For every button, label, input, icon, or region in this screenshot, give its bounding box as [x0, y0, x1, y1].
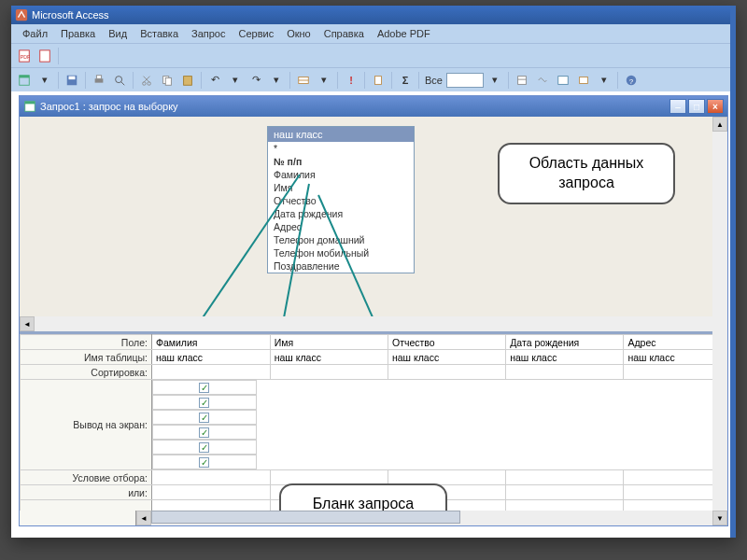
child-vscrollbar[interactable]: ▲ ▼ [712, 117, 727, 525]
svg-rect-8 [95, 78, 104, 82]
pdf-mail-icon[interactable] [35, 47, 54, 65]
chevron-down-icon[interactable]: ▾ [267, 71, 286, 90]
menubar: Файл Правка Вид Вставка Запрос Сервис Ок… [11, 24, 736, 43]
grid-cell[interactable] [151, 485, 270, 500]
scroll-up-icon[interactable]: ▲ [712, 117, 727, 132]
preview-icon[interactable] [110, 71, 129, 90]
field-item[interactable]: Телефон домашний [268, 233, 414, 246]
grid-cell-show[interactable]: ✓ [152, 425, 257, 440]
menu-help[interactable]: Справка [318, 27, 370, 40]
rowlabel-show: Вывод на экран: [21, 380, 152, 470]
chevron-down-icon[interactable]: ▾ [486, 71, 504, 90]
tabletype-icon[interactable] [294, 71, 313, 90]
scroll-left-icon[interactable]: ◄ [136, 511, 151, 525]
field-item[interactable]: Отчество [268, 194, 414, 207]
grid-cell[interactable]: Имя [270, 335, 388, 350]
grid-cell[interactable]: наш класс [270, 350, 388, 365]
design-area[interactable]: наш класс * № п/п Фамилия Имя Отчество Д… [20, 117, 727, 331]
grid-cell-show[interactable]: ✓ [152, 455, 257, 469]
grid-cell[interactable]: наш класс [506, 350, 624, 365]
callout-data-area: Область данных запроса [498, 143, 675, 204]
menu-insert[interactable]: Вставка [134, 27, 184, 40]
titlebar: Microsoft Access [11, 6, 736, 24]
menu-adobe-pdf[interactable]: Adobe PDF [372, 27, 436, 40]
rowlabel-field: Поле: [21, 335, 152, 350]
grid-cell[interactable] [506, 365, 624, 380]
print-icon[interactable] [90, 71, 108, 90]
grid-cell[interactable]: наш класс [151, 350, 270, 365]
save-icon[interactable] [63, 71, 81, 90]
grid-cell[interactable] [270, 365, 388, 380]
field-item[interactable]: Дата рождения [268, 207, 414, 220]
menu-edit[interactable]: Правка [55, 27, 101, 40]
svg-point-10 [116, 76, 122, 82]
undo-icon[interactable]: ↶ [205, 71, 224, 90]
grid-cell[interactable] [151, 470, 270, 485]
application-window: Microsoft Access Файл Правка Вид Вставка… [11, 6, 736, 538]
grid-cell[interactable] [506, 485, 624, 500]
return-input[interactable] [446, 73, 484, 88]
svg-rect-29 [25, 102, 35, 105]
svg-text:?: ? [629, 77, 634, 85]
svg-rect-22 [518, 76, 527, 84]
grid-cell[interactable]: Дата рождения [506, 335, 624, 350]
grid-cell[interactable] [388, 365, 505, 380]
field-item[interactable]: Телефон мобильный [268, 246, 414, 259]
design-hscrollbar[interactable]: ◄ ► [20, 316, 727, 331]
field-item[interactable]: * [268, 142, 414, 155]
rowlabel-sort: Сортировка: [21, 365, 152, 380]
scroll-left-icon[interactable]: ◄ [20, 316, 35, 331]
table-fieldlist[interactable]: наш класс * № п/п Фамилия Имя Отчество Д… [267, 126, 415, 273]
pdf-icon[interactable]: PDF [15, 47, 34, 65]
newobject-icon[interactable] [574, 71, 593, 90]
showtable-icon[interactable] [369, 71, 388, 90]
child-title: Запрос1 : запрос на выборку [40, 101, 178, 112]
grid-cell[interactable] [151, 365, 270, 380]
grid-hscrollbar[interactable]: ◄ ► [20, 511, 727, 525]
properties-icon[interactable] [513, 71, 531, 90]
paste-icon[interactable] [178, 71, 197, 90]
sigma-icon[interactable]: Σ [396, 71, 415, 90]
svg-rect-7 [69, 76, 76, 79]
maximize-button[interactable]: □ [688, 99, 705, 114]
close-button[interactable]: × [707, 99, 724, 114]
grid-cell[interactable]: Отчество [388, 335, 505, 350]
scroll-down-icon[interactable]: ▼ [712, 511, 727, 525]
minimize-button[interactable]: – [669, 99, 686, 114]
chevron-down-icon[interactable]: ▾ [315, 71, 333, 90]
copy-icon[interactable] [158, 71, 176, 90]
grid-cell-show[interactable]: ✓ [152, 395, 257, 410]
menu-view[interactable]: Вид [103, 27, 133, 40]
redo-icon[interactable]: ↷ [247, 71, 265, 90]
dbwindow-icon[interactable] [554, 71, 572, 90]
chevron-down-icon[interactable]: ▾ [595, 71, 613, 90]
query-grid[interactable]: Поле: Фамилия Имя Отчество Дата рождения… [20, 331, 727, 525]
rowlabel-criteria: Условие отбора: [21, 470, 152, 485]
menu-service[interactable]: Сервис [233, 27, 279, 40]
field-item[interactable]: Фамилия [268, 168, 414, 181]
menu-query[interactable]: Запрос [186, 27, 231, 40]
help-icon[interactable]: ? [622, 71, 641, 90]
chevron-down-icon[interactable]: ▾ [35, 71, 54, 90]
view-icon[interactable] [15, 71, 34, 90]
menu-window[interactable]: Окно [281, 27, 317, 40]
run-icon[interactable]: ! [342, 71, 360, 90]
chevron-down-icon[interactable]: ▾ [226, 71, 245, 90]
grid-cell[interactable]: наш класс [388, 350, 505, 365]
grid-cell-show[interactable]: ✓ [152, 380, 257, 395]
svg-rect-9 [96, 75, 101, 78]
cut-icon[interactable] [137, 71, 156, 90]
field-item[interactable]: Имя [268, 181, 414, 194]
grid-cell[interactable] [506, 470, 624, 485]
menu-file[interactable]: Файл [17, 27, 53, 40]
svg-rect-3 [40, 49, 50, 61]
field-item-pk[interactable]: № п/п [268, 155, 414, 168]
grid-cell-show[interactable]: ✓ [152, 440, 257, 455]
grid-cell-show[interactable]: ✓ [152, 410, 257, 425]
grid-cell[interactable]: Фамилия [151, 335, 270, 350]
svg-rect-25 [580, 77, 588, 83]
field-item[interactable]: Адрес [268, 220, 414, 233]
fieldlist-title: наш класс [268, 127, 414, 142]
builder-icon[interactable] [533, 71, 552, 90]
field-item[interactable]: Поздравление [268, 259, 414, 273]
